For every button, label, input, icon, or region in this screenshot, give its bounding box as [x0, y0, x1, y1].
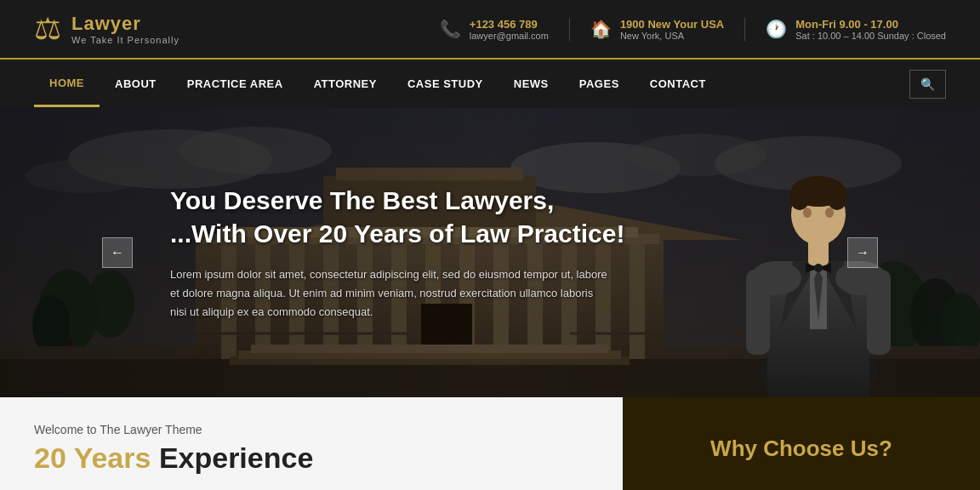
hours-weekday: Mon-Fri 9.00 - 17.00: [795, 18, 946, 31]
bottom-left: Welcome to The Lawyer Theme 20 Years Exp…: [0, 397, 623, 490]
address-info: 🏠 1900 New Your USA New York, USA: [590, 18, 745, 41]
svg-point-54: [827, 185, 847, 210]
hero-section: You Deserve The Best Lawyers, ...With Ov…: [0, 108, 980, 397]
nav-item-home[interactable]: HOME: [34, 61, 100, 107]
years-text: 20 Years Experience: [34, 442, 589, 475]
next-arrow[interactable]: →: [847, 237, 878, 268]
search-button[interactable]: 🔍: [909, 70, 946, 99]
phone-details: +123 456 789 lawyer@gmail.com: [470, 18, 549, 41]
phone-info: 📞 +123 456 789 lawyer@gmail.com: [440, 18, 570, 41]
nav-item-attorney[interactable]: ATTORNEY: [299, 62, 392, 105]
clock-icon: 🕐: [766, 19, 787, 39]
address-line1: 1900 New Your USA: [620, 18, 724, 31]
nav-link-news[interactable]: NEWS: [499, 62, 564, 105]
address-details: 1900 New Your USA New York, USA: [620, 18, 724, 41]
nav-item-news[interactable]: NEWS: [499, 62, 564, 105]
phone-email: lawyer@gmail.com: [470, 31, 549, 41]
svg-point-55: [803, 208, 812, 218]
phone-icon: 📞: [440, 19, 461, 39]
hero-description: Lorem ipsum dolor sit amet, consectetur …: [170, 265, 612, 322]
nav-item-case[interactable]: CASE STUDY: [392, 62, 499, 105]
nav-item-about[interactable]: ABOUT: [100, 62, 172, 105]
nav-links: HOME ABOUT PRACTICE AREA ATTORNEY CASE S…: [34, 61, 721, 107]
svg-point-59: [814, 264, 823, 272]
nav-link-practice[interactable]: PRACTICE AREA: [172, 62, 299, 105]
nav-item-practice[interactable]: PRACTICE AREA: [172, 62, 299, 105]
nav-link-home[interactable]: HOME: [34, 61, 100, 107]
hours-details: Mon-Fri 9.00 - 17.00 Sat : 10.00 – 14.00…: [795, 18, 946, 41]
svg-point-53: [789, 185, 810, 210]
hours-info: 🕐 Mon-Fri 9.00 - 17.00 Sat : 10.00 – 14.…: [766, 18, 946, 41]
nav-link-pages[interactable]: PAGES: [564, 62, 635, 105]
location-icon: 🏠: [590, 19, 612, 39]
nav-item-contact[interactable]: CONTACT: [635, 62, 721, 105]
bottom-right: Why Choose Us?: [623, 397, 980, 490]
nav-bar: HOME ABOUT PRACTICE AREA ATTORNEY CASE S…: [0, 60, 980, 108]
logo-text: Lawyer We Take It Personally: [71, 13, 179, 45]
logo-icon: ⚖: [34, 14, 61, 44]
logo-tagline: We Take It Personally: [71, 35, 179, 45]
bottom-section: Welcome to The Lawyer Theme 20 Years Exp…: [0, 397, 980, 490]
prev-arrow[interactable]: ←: [102, 237, 133, 268]
hero-title-line1: You Deserve The Best Lawyers,: [170, 186, 554, 214]
contact-info: 📞 +123 456 789 lawyer@gmail.com 🏠 1900 N…: [440, 18, 946, 41]
experience-label: Experience: [159, 442, 313, 474]
hero-person: [725, 134, 912, 397]
svg-point-56: [825, 208, 834, 218]
hours-weekend: Sat : 10.00 – 14.00 Sunday : Closed: [795, 31, 946, 41]
svg-rect-61: [867, 270, 891, 355]
nav-item-pages[interactable]: PAGES: [564, 62, 635, 105]
nav-link-case[interactable]: CASE STUDY: [392, 62, 499, 105]
address-line2: New York, USA: [620, 31, 724, 41]
nav-link-contact[interactable]: CONTACT: [635, 62, 721, 105]
welcome-text: Welcome to The Lawyer Theme: [34, 423, 589, 436]
svg-rect-60: [746, 270, 770, 355]
hero-title-line2: ...With Over 20 Years of Law Practice!: [170, 219, 624, 248]
nav-link-attorney[interactable]: ATTORNEY: [299, 62, 392, 105]
phone-number: +123 456 789: [470, 18, 549, 31]
logo-title: Lawyer: [71, 13, 179, 35]
years-number: 20 Years: [34, 442, 151, 474]
why-choose-heading: Why Choose Us?: [710, 436, 892, 462]
top-bar: ⚖ Lawyer We Take It Personally 📞 +123 45…: [0, 0, 980, 60]
hero-title: You Deserve The Best Lawyers, ...With Ov…: [170, 184, 810, 250]
nav-link-about[interactable]: ABOUT: [100, 62, 172, 105]
logo-area: ⚖ Lawyer We Take It Personally: [34, 13, 179, 45]
